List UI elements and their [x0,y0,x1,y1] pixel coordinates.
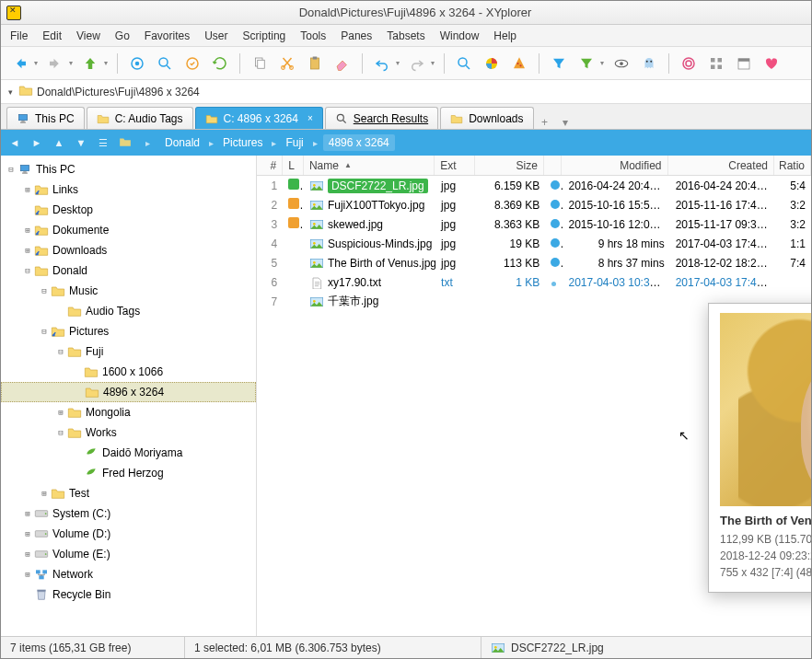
expand-toggle[interactable]: ⊟ [5,165,17,174]
up-button[interactable] [78,52,102,75]
refresh-icon[interactable] [208,52,232,75]
erase-icon[interactable] [331,52,354,75]
new-tab-button[interactable]: + [536,116,554,129]
menu-view[interactable]: View [76,29,100,42]
folder-tree[interactable]: ⊟This PC⊞LinksDesktop⊞Dokumente⊞Download… [1,156,257,636]
expand-toggle[interactable]: ⊟ [38,327,51,336]
expand-toggle[interactable]: ⊞ [21,225,34,235]
pizza-icon[interactable] [507,52,531,75]
search-icon[interactable] [153,52,177,75]
breadcrumb-segment[interactable]: 4896 x 3264 [323,134,395,151]
copy-icon[interactable] [248,52,272,75]
col-header-ext[interactable]: Ext [435,156,475,175]
crumb-back-icon[interactable]: ◄ [6,137,23,148]
filter2-icon[interactable] [574,52,598,75]
menu-user[interactable]: User [204,29,227,42]
address-bar[interactable]: ▾ Donald\Pictures\Fuji\4896 x 3264 [1,80,811,104]
tab[interactable]: This PC [6,107,85,129]
crumb-folder-icon[interactable] [117,136,133,149]
menu-file[interactable]: File [10,29,28,42]
tree-item[interactable]: Recycle Bin [1,584,256,605]
menu-edit[interactable]: Edit [42,29,62,42]
target-icon[interactable] [125,52,149,75]
menu-go[interactable]: Go [115,29,130,42]
breadcrumb-segment[interactable]: Donald [161,136,203,149]
heart-icon[interactable] [760,52,783,75]
tree-item[interactable]: ⊞Network [1,564,256,584]
menu-tabsets[interactable]: Tabsets [387,29,424,42]
tree-item[interactable]: ⊞Dokumente [1,220,256,240]
tree-item[interactable]: ⊞Test [1,483,256,503]
calendar-icon[interactable] [732,52,756,75]
tree-item[interactable]: ⊟Pictures [1,321,256,341]
expand-toggle[interactable]: ⊟ [54,347,67,356]
ghost-icon[interactable] [637,52,661,75]
cut-icon[interactable] [275,52,299,75]
close-icon[interactable]: × [307,113,313,123]
expand-toggle[interactable]: ⊞ [21,570,34,579]
crumb-up-icon[interactable]: ▲ [51,137,67,148]
file-row[interactable]: 1DSCF2722_LR.jpgjpg6.159 KB2016-04-24 20… [257,176,811,195]
undo-icon[interactable] [370,52,394,75]
menu-help[interactable]: Help [493,29,516,42]
menu-tools[interactable]: Tools [300,29,326,42]
menu-favorites[interactable]: Favorites [145,29,190,42]
tab[interactable]: C: Audio Tags [87,107,193,129]
breadcrumb-segment[interactable]: Fuji [282,136,307,149]
tab-dropdown[interactable]: ▾ [556,116,574,129]
back-dropdown[interactable]: ▾ [34,59,38,67]
find-icon[interactable] [452,52,476,75]
file-list[interactable]: # L Name▲ Ext Size Modified Created Rati… [257,156,811,636]
tree-item[interactable]: ⊟Works [1,422,256,443]
crumb-down-icon[interactable]: ▼ [73,137,89,148]
address-dropdown-icon[interactable]: ▾ [8,87,13,97]
menu-scripting[interactable]: Scripting [243,29,286,42]
col-header-dot[interactable] [544,156,562,175]
menu-panes[interactable]: Panes [341,29,372,42]
redo-icon[interactable] [405,52,429,75]
col-header-size[interactable]: Size [475,156,543,175]
col-header-created[interactable]: Created [668,156,774,175]
tree-item[interactable]: 1600 x 1066 [1,362,256,382]
forward-button[interactable] [43,52,67,75]
tree-item[interactable]: ⊟Fuji [1,341,256,362]
tab[interactable]: Downloads [440,107,533,129]
list-header[interactable]: # L Name▲ Ext Size Modified Created Rati… [257,156,811,176]
tree-item[interactable]: Fred Herzog [1,463,256,483]
titlebar[interactable]: Donald\Pictures\Fuji\4896 x 3264 - XYplo… [1,1,811,25]
tab[interactable]: Search Results [325,107,438,129]
tree-item[interactable]: ⊞Mongolia [1,402,256,422]
tree-item[interactable]: Daidō Moriyama [1,443,256,463]
expand-toggle[interactable]: ⊞ [38,489,51,498]
file-row[interactable]: 2FujiX100TTokyo.jpgjpg8.369 KB2015-10-16… [257,195,811,214]
file-row[interactable]: 3skewed.jpgjpg8.363 KB2015-10-16 12:02:4… [257,214,811,234]
tree-item[interactable]: ⊟This PC [1,159,256,179]
paste-icon[interactable] [303,52,327,75]
tree-item[interactable]: Desktop [1,200,256,220]
expand-toggle[interactable]: ⊞ [54,408,67,417]
expand-toggle[interactable]: ⊟ [54,428,67,437]
breadcrumb-segment[interactable]: Pictures [219,136,266,149]
forward-dropdown[interactable]: ▾ [69,59,73,67]
crumb-menu-icon[interactable]: ☰ [95,137,111,149]
expand-toggle[interactable]: ⊟ [38,286,51,295]
expand-toggle[interactable]: ⊞ [21,246,34,255]
file-row[interactable]: 6xy17.90.txttxt1 KB2017-04-03 10:36:4420… [257,272,811,292]
tab[interactable]: C: 4896 x 3264× [195,107,323,129]
col-header-number[interactable]: # [257,156,283,175]
tree-item[interactable]: Audio Tags [1,301,256,321]
col-header-label[interactable]: L [283,156,304,175]
tree-item[interactable]: ⊟Donald [1,260,256,281]
expand-toggle[interactable]: ⊞ [21,549,34,559]
col-header-name[interactable]: Name▲ [304,156,435,175]
file-row[interactable]: 4Suspicious-Minds.jpgjpg19 KB9 hrs 18 mi… [257,234,811,253]
col-header-ratio[interactable]: Ratio [774,156,811,175]
colorwheel-icon[interactable] [480,52,504,75]
grid-icon[interactable] [704,52,728,75]
file-row[interactable]: 5The Birth of Venus.jpgjpg113 KB8 hrs 37… [257,253,811,272]
up-dropdown[interactable]: ▾ [104,59,108,67]
tree-item[interactable]: ⊞Downloads [1,240,256,260]
menu-window[interactable]: Window [440,29,480,42]
expand-toggle[interactable]: ⊞ [21,529,34,538]
eye-icon[interactable] [609,52,633,75]
